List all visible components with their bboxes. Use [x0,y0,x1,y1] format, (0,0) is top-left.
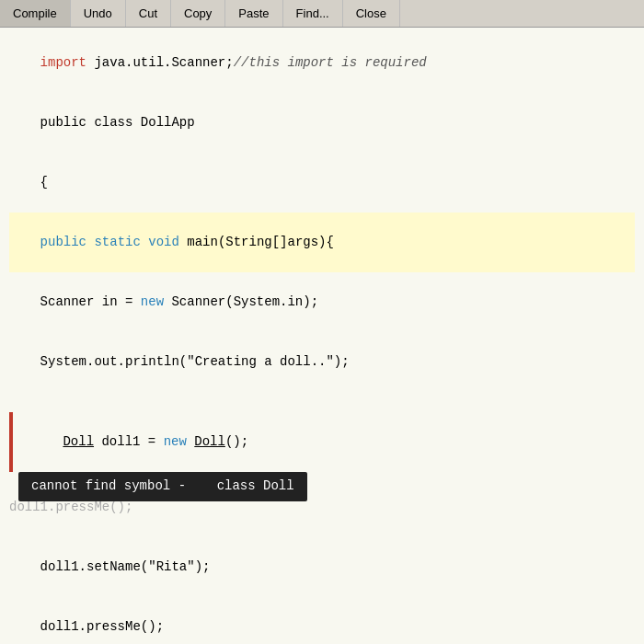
code-line-8: Doll doll1 = new Doll(); [9,412,635,472]
doll-line-wrapper: Doll doll1 = new Doll(); cannot find sym… [9,412,635,518]
error-tooltip: cannot find symbol - class Doll [18,472,307,501]
undo-button[interactable]: Undo [71,0,126,27]
code-line-2: public class DollApp [9,93,635,153]
compile-button[interactable]: Compile [0,0,71,27]
code-line-1: import java.util.Scanner;//this import i… [9,33,635,93]
close-button[interactable]: Close [343,0,400,27]
code-line-5: Scanner in = new Scanner(System.in); [9,272,635,332]
find-button[interactable]: Find... [283,0,343,27]
toolbar: Compile Undo Cut Copy Paste Find... Clos… [0,0,644,28]
code-line-13: doll1.pressMe(); [9,598,635,644]
cut-button[interactable]: Cut [126,0,171,27]
code-line-3: { [9,153,635,213]
copy-button[interactable]: Copy [171,0,225,27]
code-line-7 [9,392,635,412]
code-editor[interactable]: import java.util.Scanner;//this import i… [0,28,644,644]
paste-button[interactable]: Paste [225,0,282,27]
code-line-12: doll1.setName("Rita"); [9,538,635,598]
code-line-4: public static void main(String[]args){ [9,213,635,272]
code-line-blank2 [9,518,635,538]
code-line-6: System.out.println("Creating a doll.."); [9,332,635,392]
